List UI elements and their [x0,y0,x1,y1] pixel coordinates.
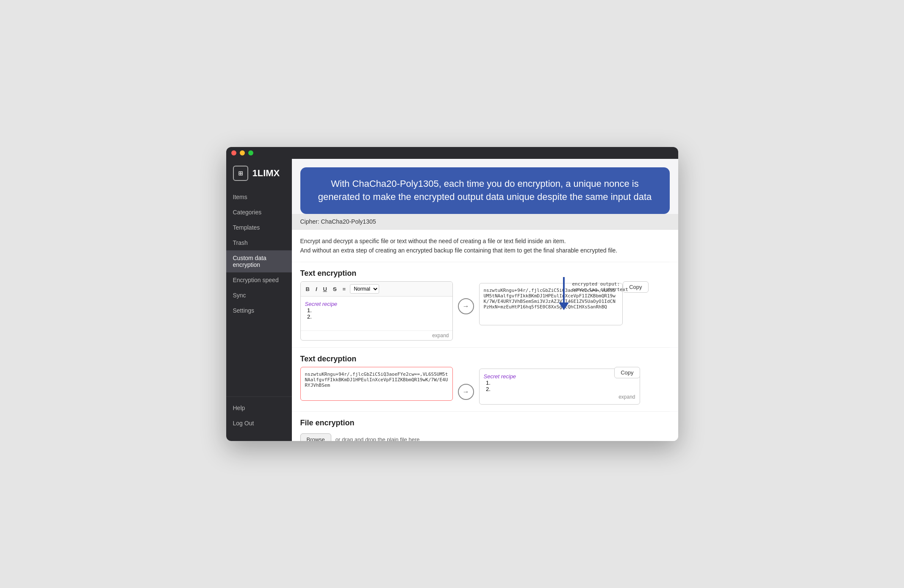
main-content: With ChaCha20-Poly1305, each time you do… [292,159,678,441]
decrypted-list-item-2 [492,386,635,392]
app-logo: ⊞ 1LIMX [226,166,292,189]
text-encryption-editor[interactable]: B I U S ≡ Normal H1 H2 Secret recipe [300,281,453,341]
minimize-button[interactable] [240,150,245,155]
sidebar-bottom: Help Log Out [226,397,292,434]
file-encryption-row: Browse or drag and drop the plain file h… [292,431,678,441]
close-button[interactable] [231,150,236,155]
editor-list [313,307,448,320]
decryption-input-box[interactable]: nszwtuKRngu+94r/,fjlcGbZiC5iQ3aoeFYe2cw=… [300,367,453,401]
format-select[interactable]: Normal H1 H2 [350,284,379,294]
list-item-1 [313,307,448,313]
sidebar-item-trash[interactable]: Trash [226,235,292,250]
tooltip-banner: With ChaCha20-Poly1305, each time you do… [300,167,670,214]
bold-button[interactable]: B [304,285,311,293]
italic-button[interactable]: I [314,285,319,293]
decrypt-copy-button[interactable]: Copy [614,367,640,378]
main-layout: ⊞ 1LIMX Items Categories Templates Trash… [226,159,678,441]
maximize-button[interactable] [248,150,253,155]
sidebar-nav: Items Categories Templates Trash Custom … [226,189,292,393]
app-window: ⊞ 1LIMX Items Categories Templates Trash… [226,147,678,441]
logo-text: 1LIMX [252,168,280,179]
sidebar-item-settings[interactable]: Settings [226,303,292,318]
file-encrypt-drop-label: or drag and drop the plain file here [336,436,420,441]
file-encrypt-browse-button[interactable]: Browse [300,433,331,441]
sidebar-item-sync[interactable]: Sync [226,288,292,303]
editor-toolbar: B I U S ≡ Normal H1 H2 [301,282,452,297]
underline-button[interactable]: U [322,285,329,293]
sidebar-item-help[interactable]: Help [226,400,292,416]
list-item-2 [313,313,448,320]
encrypted-output-text: nszwtuKRngu+94r/,fjlcGbZiC5iQ3aoeFYe2cw=… [484,288,616,310]
decrypted-secret-text: Secret recipe [484,373,635,380]
sidebar-item-items[interactable]: Items [226,189,292,205]
encrypted-output-box: nszwtuKRngu+94r/,fjlcGbZiC5iQ3aoeFYe2cw=… [479,283,623,325]
logo-icon: ⊞ [233,166,248,181]
description: Encrypt and decrypt a specific file or t… [292,230,678,262]
output-area: encrypted output: nonce,tag,ciphertext C… [479,281,649,325]
tooltip-text: With ChaCha20-Poly1305, each time you do… [318,178,652,202]
sidebar-item-templates[interactable]: Templates [226,220,292,235]
decrypted-list-item-1 [492,380,635,386]
text-decryption-title: Text decryption [292,348,678,367]
sidebar-item-encryption-speed[interactable]: Encryption speed [226,272,292,288]
decrypt-arrow-icon: → [463,388,469,396]
align-button[interactable]: ≡ [341,285,348,293]
text-encryption-title: Text encryption [292,262,678,281]
titlebar [226,147,678,159]
arrow-right-icon: → [463,302,469,310]
file-encryption-title: File encryption [292,412,678,431]
decrypted-list [492,380,635,392]
decrypt-output-area: Copy Secret recipe expand [479,367,640,405]
strikethrough-button[interactable]: S [331,285,338,293]
expand-label[interactable]: expand [301,330,452,340]
sidebar-item-logout[interactable]: Log Out [226,416,292,431]
text-decryption-row: nszwtuKRngu+94r/,fjlcGbZiC5iQ3aoeFYe2cw=… [292,367,678,411]
cipher-text: Cipher: ChaCha20-Poly1305 [300,218,376,225]
text-encryption-row: B I U S ≡ Normal H1 H2 Secret recipe [292,281,678,347]
decrypt-expand-label[interactable]: expand [484,394,635,400]
decryption-input-text: nszwtuKRngu+94r/,fjlcGbZiC5iQ3aoeFYe2cw=… [305,372,448,388]
editor-secret-text: Secret recipe [305,301,448,307]
cipher-bar: Cipher: ChaCha20-Poly1305 [292,214,678,230]
editor-body[interactable]: Secret recipe [301,297,452,330]
sidebar-item-custom-data-encryption[interactable]: Custom data encryption [226,250,292,272]
description-line1: Encrypt and decrypt a specific file or t… [300,238,566,244]
decrypt-arrow-button[interactable]: → [458,384,474,400]
encrypt-copy-button[interactable]: Copy [623,281,648,293]
sidebar: ⊞ 1LIMX Items Categories Templates Trash… [226,159,292,441]
description-line2: And without an extra step of creating an… [300,247,618,254]
encrypt-arrow-button[interactable]: → [458,298,474,314]
sidebar-item-categories[interactable]: Categories [226,205,292,220]
